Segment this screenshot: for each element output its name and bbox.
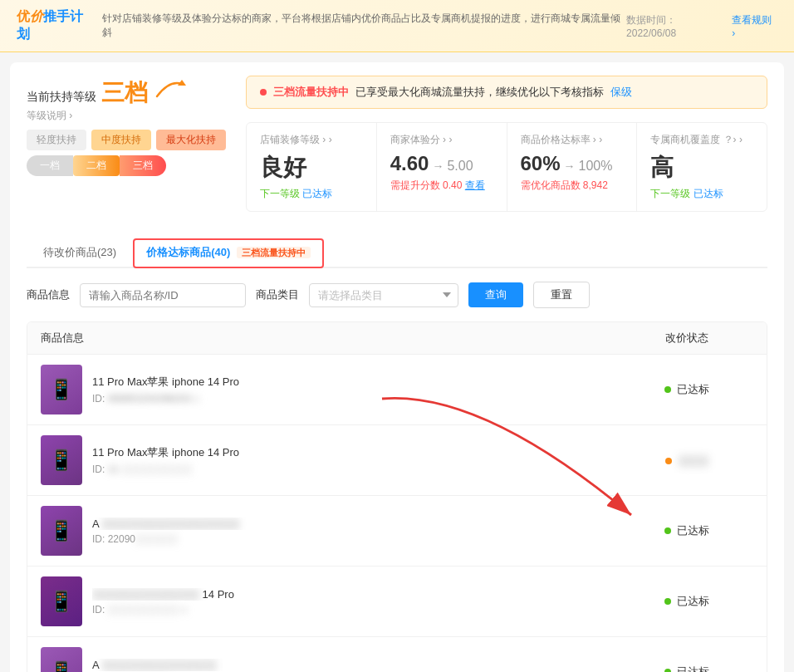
query-button[interactable]: 查询 [468, 282, 523, 307]
level-link[interactable]: 等级说明 › [27, 109, 226, 123]
metric-price-rate-label[interactable]: 商品价格达标率 › [521, 133, 624, 147]
product-id-3: ID: 22090░░░░░░ [92, 533, 620, 545]
main-card: 当前扶持等级 三档 等级说明 › 轻度扶持 中度扶持 最大化扶持 [10, 62, 784, 672]
alert-dot [260, 89, 267, 96]
metric-coverage-value: 高 [650, 152, 753, 184]
step-2: 二档 [73, 155, 120, 176]
arrow-up-icon [153, 76, 186, 101]
metric-price-rate-target: 100% [579, 159, 613, 174]
filter-category-select[interactable]: 请选择品类目 [309, 283, 458, 307]
product-info-2: 11 Pro Max苹果 iphone 14 Pro ID: 11 ░░░░░░… [92, 445, 620, 475]
status-dot-5 [664, 669, 671, 672]
product-thumb-5: 📱 [41, 647, 82, 672]
table-row-inner-3: 📱 A ░░░░░░░░░░░░░░░░░░ ID: 22090░░░░░░ 已… [27, 496, 767, 566]
view-link[interactable]: 查看 [465, 179, 485, 191]
metric-experience-value-row: 4.60 → 5.00 [390, 152, 493, 175]
filter-product-input[interactable] [80, 283, 246, 307]
table-row-inner-5: 📱 A ░░░░░░░░░░░░░░░ ID: ░░░░░░░░░ 已达标 [27, 637, 767, 672]
banner-right: 数据时间：2022/06/08 查看规则 › [626, 13, 777, 39]
metric-price-rate-value-row: 60% → 100% [521, 152, 624, 175]
status-dot-2 [665, 458, 672, 464]
product-info-5: A ░░░░░░░░░░░░░░░ ID: ░░░░░░░░░ [92, 659, 620, 673]
product-info-4: ░░░░░░░░░░░░░░ 14 Pro ID: ░░░░░░░░░░ □ [92, 588, 620, 616]
product-table: 商品信息 改价状态 📱 11 Pro Max苹果 iphone 14 Pro I… [27, 321, 767, 672]
tag-medium: 中度扶持 [91, 130, 151, 150]
tab-other[interactable] [324, 238, 424, 268]
table-row-inner-4: 📱 ░░░░░░░░░░░░░░ 14 Pro ID: ░░░░░░░░░░ □… [27, 567, 767, 636]
right-section: 三档流量扶持中 已享受最大化商城流量扶持，继续优化以下考核指标 保级 店铺装修等… [246, 76, 767, 225]
metric-coverage-label[interactable]: 专属商机覆盖度 ？› [650, 133, 753, 147]
col-product-header: 商品信息 [41, 331, 620, 346]
metric-price-rate: 商品价格达标率 › 60% → 100% 需优化商品数 8,942 [507, 123, 638, 211]
metric-coverage: 专属商机覆盖度 ？› 高 下一等级 已达标 [637, 123, 767, 211]
filter-category-label: 商品类目 [256, 287, 299, 302]
product-id-2: ID: 11 ░░░░░░░░░░ [92, 464, 620, 475]
phone-icon-4: 📱 [49, 590, 74, 613]
status-col-1: 已达标 [620, 382, 753, 397]
product-name-1: 11 Pro Max苹果 iphone 14 Pro [92, 375, 491, 390]
metric-experience-label[interactable]: 商家体验分 › [390, 133, 493, 147]
product-name-blur-4: ░░░░░░░░░░░░░░ [92, 588, 199, 601]
tabs: 待改价商品(23) 价格达标商品(40) 三档流量扶持中 [27, 238, 767, 267]
product-thumb-2: 📱 [41, 435, 82, 485]
banner-desc: 针对店铺装修等级及体验分达标的商家，平台将根据店铺内优价商品占比及专属商机提报的… [102, 12, 626, 40]
metrics-row: 店铺装修等级 › 良好 下一等级 已达标 商家体验分 › 4.60 → 5.00… [246, 122, 767, 212]
view-rules-link[interactable]: 查看规则 › [732, 13, 777, 39]
tag-max: 最大化扶持 [156, 130, 226, 150]
status-dot-1 [664, 386, 671, 393]
metric-decoration-label[interactable]: 店铺装修等级 › [260, 133, 363, 147]
table-row: 📱 11 Pro Max苹果 iphone 14 Pro ID: 11 ░░░░… [27, 425, 767, 496]
product-name-blur-3: ░░░░░░░░░░░░░░░░░░ [102, 517, 240, 530]
step-3: 三档 [120, 155, 166, 176]
status-text-3: 已达标 [677, 524, 709, 537]
tab-flow-badge: 三档流量扶持中 [237, 247, 311, 258]
filter-row: 商品信息 商品类目 请选择品类目 查询 重置 [27, 282, 767, 308]
tab-qualified-label: 价格达标商品(40) [146, 246, 230, 258]
product-thumb-3: 📱 [41, 506, 82, 556]
tabs-section: 待改价商品(23) 价格达标商品(40) 三档流量扶持中 [27, 238, 767, 268]
table-row: 📱 11 Pro Max苹果 iphone 14 Pro ID: 0688532… [27, 355, 767, 425]
product-name-blur-5: ░░░░░░░░░░░░░░░ [102, 659, 217, 671]
col-status-header: 改价状态 [620, 331, 753, 346]
title-highlight: 优 [17, 9, 30, 23]
table-row-inner-2: 📱 11 Pro Max苹果 iphone 14 Pro ID: 11 ░░░░… [27, 425, 767, 495]
alert-link[interactable]: 保级 [610, 85, 632, 100]
phone-icon-3: 📱 [49, 519, 74, 542]
filter-product-label: 商品信息 [27, 287, 70, 302]
product-id-blur-3: ░░░░░░ [135, 533, 178, 545]
metric-experience: 商家体验分 › 4.60 → 5.00 需提升分数 0.40 查看 [377, 123, 507, 211]
metric-price-rate-sub: 需优化商品数 8,942 [521, 179, 624, 193]
alert-bar: 三档流量扶持中 已享受最大化商城流量扶持，继续优化以下考核指标 保级 [246, 76, 767, 109]
status-text-2: ░░░░ [678, 454, 708, 467]
metric-experience-value: 4.60 [390, 152, 429, 175]
tab-pending[interactable]: 待改价商品(23) [27, 238, 133, 268]
alert-text: 已享受最大化商城流量扶持，继续优化以下考核指标 [355, 85, 604, 100]
product-id-blur-2: 11 ░░░░░░░░░░ [108, 464, 193, 475]
product-name-2: 11 Pro Max苹果 iphone 14 Pro [92, 445, 491, 460]
step-1: 一档 [27, 155, 73, 176]
phone-icon-2: 📱 [49, 449, 74, 472]
banner-title: 优价推手计划 [17, 8, 96, 43]
metric-experience-target: 5.00 [447, 159, 473, 174]
metric-experience-sub: 需提升分数 0.40 查看 [390, 179, 493, 193]
product-info-3: A ░░░░░░░░░░░░░░░░░░ ID: 22090░░░░░░ [92, 517, 620, 545]
reset-button[interactable]: 重置 [533, 282, 590, 308]
title-italic: 价 [30, 9, 43, 23]
metric-coverage-sub: 下一等级 已达标 [650, 187, 753, 201]
status-col-4: 已达标 [620, 594, 753, 609]
level-prefix: 当前扶持等级 [27, 90, 96, 105]
product-name-5: A ░░░░░░░░░░░░░░░ [92, 659, 491, 671]
table-row-inner-1: 📱 11 Pro Max苹果 iphone 14 Pro ID: 0688532… [27, 355, 767, 424]
phone-icon-1: 📱 [49, 378, 74, 401]
metric-decoration-sub: 下一等级 已达标 [260, 187, 363, 201]
product-thumb-1: 📱 [41, 365, 82, 414]
product-id-blur-1: 068853204398203 □ [108, 393, 200, 405]
status-dot-4 [664, 598, 671, 605]
status-col-2: ░░░░ [620, 454, 753, 467]
tab-pending-label: 待改价商品(23) [43, 246, 116, 258]
table-header: 商品信息 改价状态 [27, 322, 767, 355]
product-name-4: ░░░░░░░░░░░░░░ 14 Pro [92, 588, 491, 601]
status-col-5: 已达标 [620, 665, 753, 672]
tab-qualified[interactable]: 价格达标商品(40) 三档流量扶持中 [133, 238, 324, 268]
product-info-1: 11 Pro Max苹果 iphone 14 Pro ID: 068853204… [92, 375, 620, 405]
